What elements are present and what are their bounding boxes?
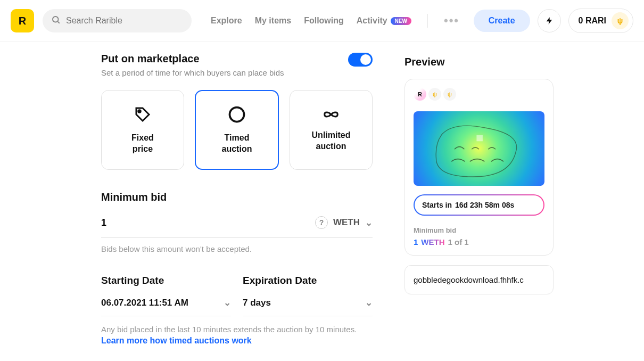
- expiration-date-col: Expiration Date 7 days ⌄: [243, 275, 373, 316]
- marketplace-subtitle: Set a period of time for which buyers ca…: [101, 68, 284, 77]
- rari-avatar-icon: ψ: [612, 12, 629, 29]
- preview-min-label: Minimum bid: [414, 226, 544, 234]
- sale-card-fixed-label: Fixed price: [131, 133, 154, 155]
- infinity-icon: [320, 108, 342, 121]
- svg-point-3: [230, 108, 244, 122]
- main-nav: Explore My items Following Activity NEW …: [211, 14, 459, 28]
- expiration-date-field[interactable]: 7 days ⌄: [243, 286, 373, 316]
- more-menu[interactable]: •••: [444, 14, 459, 28]
- balance-pill[interactable]: 0 RARI ψ: [568, 9, 633, 33]
- min-bid-input[interactable]: [101, 217, 208, 228]
- starts-label: Starts in: [422, 201, 452, 209]
- start-date-label: Starting Date: [101, 275, 231, 286]
- preview-price: 1 WETH 1 of 1: [414, 237, 544, 247]
- header-right: Create 0 RARI ψ: [474, 9, 633, 33]
- top-header: R Explore My items Following Activity NE…: [0, 0, 644, 42]
- preview-card: R ψ ψ Starts in 16d 23h 58m 08s Minimum …: [404, 79, 554, 256]
- collection-badge[interactable]: ψ: [428, 88, 441, 101]
- chevron-down-icon: ⌄: [365, 297, 373, 308]
- svg-point-2: [138, 110, 141, 113]
- starts-in-pill: Starts in 16d 23h 58m 08s: [414, 194, 544, 216]
- logo[interactable]: R: [11, 9, 34, 32]
- sale-card-timed[interactable]: Timed auction: [195, 90, 279, 170]
- sale-card-unlimited-label: Unlimited auction: [312, 130, 351, 152]
- sale-card-unlimited[interactable]: Unlimited auction: [290, 90, 373, 170]
- nav-my-items[interactable]: My items: [255, 16, 291, 26]
- learn-more-link[interactable]: Learn more how timed auctions work: [101, 336, 252, 346]
- preview-price-currency: WETH: [421, 237, 444, 247]
- expiration-date-value: 7 days: [243, 298, 271, 308]
- owner-badge[interactable]: ψ: [443, 88, 456, 101]
- preview-column: Preview R ψ ψ Starts in 16d 23h 58m 08s …: [404, 53, 554, 346]
- search-wrap: [43, 9, 192, 32]
- main-content: Put on marketplace Set a period of time …: [0, 42, 644, 346]
- min-bid-hint: Bids below this amount won't be accepted…: [101, 244, 373, 253]
- nav-following[interactable]: Following: [304, 16, 344, 26]
- chevron-down-icon: ⌄: [365, 217, 373, 228]
- start-date-field[interactable]: 06.07.2021 11:51 AM ⌄: [101, 286, 231, 316]
- start-date-value: 06.07.2021 11:51 AM: [101, 298, 188, 308]
- preview-price-amount: 1: [414, 237, 418, 247]
- lightning-icon: [545, 15, 554, 26]
- balance-text: 0 RARI: [579, 16, 606, 26]
- sale-card-fixed[interactable]: Fixed price: [101, 90, 184, 170]
- svg-rect-4: [476, 135, 483, 141]
- auction-note: Any bid placed in the last 10 minutes ex…: [101, 325, 373, 334]
- min-bid-label: Minimum bid: [101, 191, 373, 203]
- preview-image-content: [418, 116, 540, 186]
- preview-title: Preview: [404, 56, 554, 68]
- tag-icon: [133, 105, 152, 124]
- marketplace-title: Put on marketplace: [101, 53, 284, 65]
- nav-activity[interactable]: Activity NEW: [357, 16, 411, 26]
- expiration-date-label: Expiration Date: [243, 275, 373, 286]
- currency-label: WETH: [333, 217, 360, 228]
- min-bid-section: Minimum bid ? WETH ⌄ Bids below this amo…: [101, 191, 373, 253]
- chevron-down-icon: ⌄: [224, 297, 231, 308]
- search-icon: [51, 15, 61, 27]
- starts-value: 16d 23h 58m 08s: [455, 201, 514, 209]
- sale-card-timed-label: Timed auction: [222, 133, 252, 155]
- creator-badge[interactable]: R: [414, 88, 426, 101]
- start-date-col: Starting Date 06.07.2021 11:51 AM ⌄: [101, 275, 231, 316]
- clock-icon: [227, 105, 246, 124]
- new-badge: NEW: [391, 17, 411, 25]
- svg-line-1: [57, 21, 59, 23]
- marketplace-toggle[interactable]: [348, 53, 373, 67]
- currency-select[interactable]: ? WETH ⌄: [315, 216, 373, 229]
- preview-edition: 1 of 1: [448, 237, 469, 247]
- dates-row: Starting Date 06.07.2021 11:51 AM ⌄ Expi…: [101, 275, 373, 316]
- nav-explore[interactable]: Explore: [211, 16, 242, 26]
- create-button[interactable]: Create: [474, 10, 530, 32]
- notifications-button[interactable]: [538, 9, 561, 32]
- preview-badges: R ψ ψ: [414, 88, 544, 101]
- nav-divider: [427, 14, 428, 28]
- url-input[interactable]: gobbledegookdownload.fhhfk.c: [404, 265, 554, 294]
- sale-type-cards: Fixed price Timed auction Unlimited auct…: [101, 90, 373, 170]
- search-input[interactable]: [43, 9, 192, 32]
- form-column: Put on marketplace Set a period of time …: [101, 53, 373, 346]
- preview-image: [414, 111, 544, 186]
- nav-activity-label: Activity: [357, 16, 387, 26]
- help-icon[interactable]: ?: [315, 216, 328, 229]
- svg-point-0: [53, 17, 59, 22]
